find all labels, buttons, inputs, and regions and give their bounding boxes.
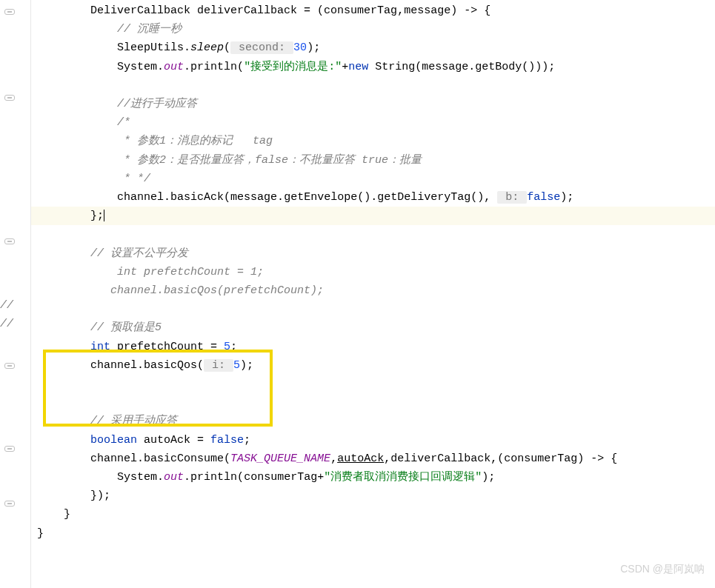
code-line: System.out.println(consumerTag+"消费者取消消费接…: [31, 468, 715, 487]
fold-marker[interactable]: [4, 9, 15, 15]
parameter-hint: i:: [204, 359, 233, 372]
code-line: [31, 300, 715, 318]
gutter-comment-marker: //: [0, 299, 13, 312]
fold-marker[interactable]: [4, 95, 15, 101]
code-line: // 采用手动应答: [31, 412, 715, 430]
code-line: // 预取值是5: [31, 318, 715, 337]
code-line: * */: [31, 170, 715, 188]
code-editor: // // DeliverCallback deliverCallback = …: [0, 0, 715, 588]
code-line: channel.basicQos(prefetchCount);: [31, 281, 715, 300]
code-line: int prefetchCount = 1;: [31, 263, 715, 281]
code-line: [31, 375, 715, 393]
gutter-comment-marker: //: [0, 318, 13, 330]
code-line: System.out.println("接受到的消息是:"+new String…: [31, 58, 715, 76]
code-line: * 参数2：是否批量应答，false：不批量应答 true：批量: [31, 151, 715, 170]
code-line: }: [31, 524, 715, 543]
code-line: //进行手动应答: [31, 95, 715, 113]
code-line: // 沉睡一秒: [31, 20, 715, 39]
code-line: channel.basicConsume(TASK_QUEUE_NAME,aut…: [31, 450, 715, 468]
code-line: SleepUtils.sleep( second: 30);: [31, 39, 715, 57]
code-line: /*: [31, 113, 715, 132]
code-content[interactable]: DeliverCallback deliverCallback = (consu…: [31, 0, 715, 588]
fold-marker[interactable]: [4, 238, 15, 244]
parameter-hint: b:: [497, 191, 527, 204]
code-line: int prefetchCount = 5;: [31, 338, 715, 356]
code-line: });: [31, 487, 715, 505]
fold-marker[interactable]: [4, 363, 15, 369]
code-line: [31, 76, 715, 95]
code-line: [31, 393, 715, 412]
fold-marker[interactable]: [4, 501, 15, 507]
code-line: channel.basicQos( i: 5);: [31, 356, 715, 375]
parameter-hint: second:: [230, 41, 293, 54]
code-line: * 参数1：消息的标记 tag: [31, 132, 715, 150]
code-line: DeliverCallback deliverCallback = (consu…: [31, 1, 715, 20]
fold-marker[interactable]: [4, 446, 15, 452]
code-line: // 设置不公平分发: [31, 244, 715, 263]
code-line-current: };: [31, 207, 715, 225]
code-line: }: [31, 505, 715, 524]
watermark: CSDN @是阿岚呐: [620, 563, 705, 576]
text-cursor: [104, 210, 104, 221]
code-line: channel.basicAck(message.getEnvelope().g…: [31, 188, 715, 207]
gutter: // //: [0, 0, 31, 588]
code-line: [31, 225, 715, 244]
code-line: boolean autoAck = false;: [31, 431, 715, 450]
